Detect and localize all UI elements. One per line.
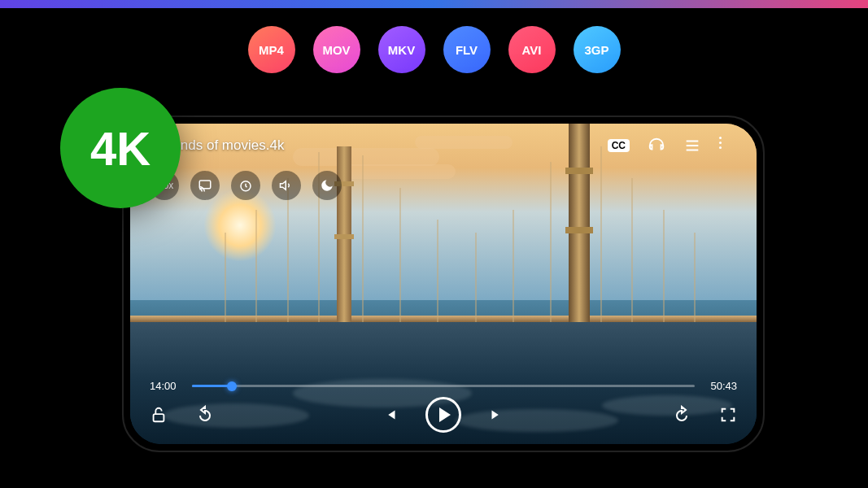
video-screen: Legends of movies.4k CC 1.0x [130,124,757,444]
format-pill-mov: MOV [313,26,360,73]
format-pill-flv: FLV [443,26,491,73]
video-content-scene [130,124,757,444]
phone-frame: Legends of movies.4k CC 1.0x [122,115,765,452]
badge-4k: 4K [60,88,181,208]
format-pill-avi: AVI [508,26,556,73]
top-gradient-bar [0,0,868,8]
format-pill-mp4: MP4 [248,26,295,73]
format-pills-row: MP4 MOV MKV FLV AVI 3GP [248,26,621,73]
format-pill-mkv: MKV [378,26,425,73]
format-pill-3gp: 3GP [574,26,621,73]
